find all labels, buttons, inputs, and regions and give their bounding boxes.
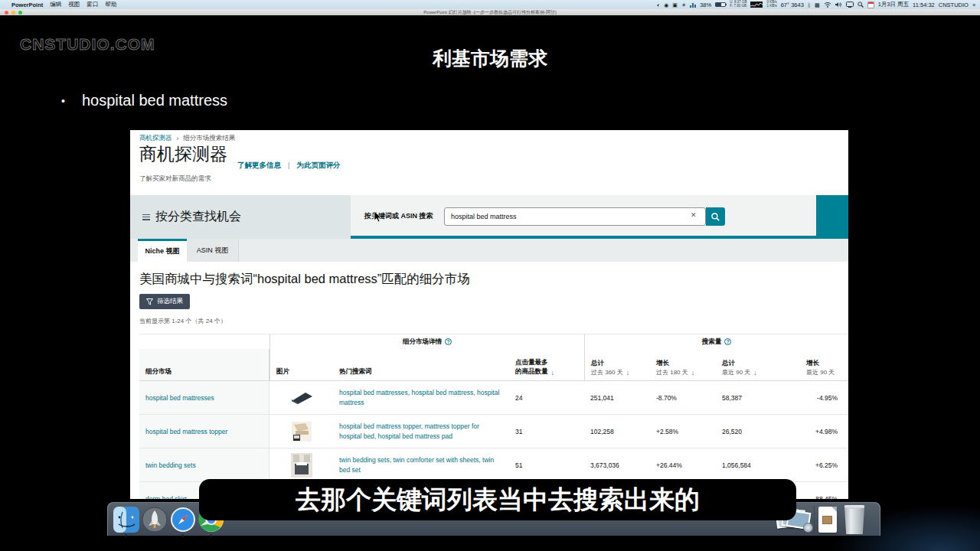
growth-180-cell: +2.58% — [650, 428, 716, 435]
screen: PowerPoint 编辑 视图 窗口 帮助 ◐ ◉ ▣ ☀ 38% U: 8.… — [0, 0, 980, 551]
product-image — [291, 453, 312, 478]
menu-item-window[interactable]: 窗口 — [87, 1, 98, 8]
window-title: PowerPoint 幻灯片放映 -[一步一步教你选品可行性分析案例-阿甘] — [0, 9, 980, 16]
calendar-icon[interactable] — [867, 2, 874, 8]
total-90-cell: 1,056,584 — [716, 461, 800, 469]
col-keywords: 热门搜索词 — [333, 349, 509, 380]
slide-title: 利基市场需求 — [0, 46, 980, 71]
niche-link[interactable]: twin bedding sets — [145, 461, 196, 469]
info-icon[interactable]: ? — [724, 338, 731, 345]
niches-table: 细分市场详情 ? 搜索量 ? 细分市场 图片 热门搜索词 点击量最多 的商品数 — [139, 334, 848, 504]
window-title-bar: PowerPoint 幻灯片放映 -[一步一步教你选品可行性分析案例-阿甘] — [0, 9, 980, 15]
col-total-90[interactable]: 总计 最近 90 天↓ — [716, 349, 800, 380]
browse-categories-button[interactable]: 按分类查找机会 — [130, 195, 351, 239]
clear-search-icon[interactable]: ✕ — [691, 211, 697, 219]
opportunity-explorer-panel: 商机探测器 › 细分市场搜索结果 商机探测器 了解更多信息 | 为此页面评分 了… — [130, 130, 848, 504]
wifi-icon[interactable] — [824, 2, 831, 8]
sort-down-icon[interactable]: ↓ — [626, 369, 630, 377]
niche-link[interactable]: hospital bed mattresses — [145, 394, 214, 402]
total-90-cell: 26,520 — [716, 428, 800, 435]
menu-item-edit[interactable]: 编辑 — [50, 1, 61, 8]
clicked-cell: 51 — [509, 461, 584, 469]
sort-down-icon[interactable]: ↓ — [753, 369, 757, 377]
display-mirroring-icon[interactable] — [846, 2, 854, 8]
battery-icon[interactable] — [715, 2, 726, 7]
search-band: 按分类查找机会 按关键词或 ASIN 搜索 ✕ — [130, 195, 848, 239]
niche-cell: hospital bed mattress topper — [139, 415, 270, 448]
col-growth-90[interactable]: 增长 最近 90 天 — [800, 349, 848, 380]
network-speed-readout: 0 KB/s1 KB/s — [766, 1, 776, 8]
total-360-cell: 251,041 — [584, 394, 650, 402]
menu-bar: PowerPoint 编辑 视图 窗口 帮助 ◐ ◉ ▣ ☀ 38% U: 8.… — [0, 0, 980, 9]
powerpoint-slide: CNSTUDIO.COM 利基市场需求 • hospital bed mattr… — [0, 15, 980, 551]
volume-icon[interactable] — [835, 2, 842, 8]
view-tabs: Niche 视图 ASIN 视图 — [130, 239, 848, 262]
browse-categories-label: 按分类查找机会 — [155, 209, 241, 225]
status-app-icon-4[interactable]: ☀ — [681, 2, 686, 8]
col-clicked-products[interactable]: 点击量最多 的商品数量↓ — [509, 349, 584, 380]
table-row: hospital bed mattress topper hospital be… — [139, 415, 848, 448]
menu-item-view[interactable]: 视图 — [68, 1, 80, 8]
dock-divider — [814, 506, 815, 533]
total-360-cell: 3,673,036 — [584, 461, 650, 469]
group-niche-details: 细分市场详情 ? — [270, 334, 584, 349]
menu-item-help[interactable]: 帮助 — [105, 1, 116, 8]
running-indicator-dot — [181, 534, 184, 536]
tab-asin-view[interactable]: ASIN 视图 — [187, 239, 239, 262]
sort-down-icon[interactable]: ↓ — [551, 369, 555, 377]
menu-app-name[interactable]: PowerPoint — [11, 2, 43, 8]
product-image — [289, 390, 315, 406]
status-app-icon-3[interactable]: ▣ — [672, 2, 678, 8]
tab-niche-view[interactable]: Niche 视图 — [138, 239, 187, 262]
slide-bullet: • hospital bed mattress — [61, 92, 227, 109]
installer-file-icon[interactable] — [818, 507, 837, 533]
bluetooth-icon[interactable]: ᛒ — [808, 2, 811, 8]
results-count-text: 当前显示第 1-24 个（共 24 个） — [139, 317, 227, 325]
learn-more-link[interactable]: 了解更多信息 — [237, 161, 281, 171]
launchpad-icon[interactable] — [141, 506, 168, 533]
safari-icon[interactable] — [169, 506, 197, 533]
growth-180-cell: -8.70% — [650, 394, 716, 402]
search-button[interactable] — [706, 207, 725, 226]
table-column-header: 细分市场 图片 热门搜索词 点击量最多 的商品数量↓ 总计 过去 360 天↓ … — [139, 349, 848, 381]
cpu-meter-icon[interactable] — [690, 2, 696, 8]
total-360-cell: 102,258 — [584, 428, 650, 435]
menubar-account[interactable]: CNSTUDIO — [939, 2, 969, 8]
col-image: 图片 — [270, 349, 333, 380]
network-graph-icon[interactable] — [750, 2, 763, 8]
magnifier-badge-icon — [803, 523, 813, 533]
growth-90-cell: +6.25% — [800, 461, 848, 469]
status-app-icon-2[interactable]: ◉ — [664, 2, 668, 8]
group-search-volume: 搜索量 ? — [584, 334, 848, 349]
spotlight-search-icon[interactable] — [858, 2, 864, 8]
band-right-accent — [816, 195, 848, 239]
info-icon[interactable]: ? — [445, 338, 452, 345]
list-menu-icon[interactable]: ≡ — [972, 2, 975, 8]
menubar-date: 1月3日 周五 — [878, 1, 909, 8]
rate-page-link[interactable]: 为此页面评分 — [296, 161, 340, 171]
col-total-360[interactable]: 总计 过去 360 天↓ — [584, 349, 650, 380]
status-app-icon-1[interactable]: ◐ — [657, 2, 660, 8]
page-title: 商机探测器 — [139, 142, 227, 166]
input-source-icon[interactable]: ▩ — [815, 2, 820, 8]
image-cell — [270, 415, 333, 448]
bullet-dot: • — [61, 95, 65, 107]
table-row: hospital bed mattresses hospital bed mat… — [139, 381, 848, 415]
filter-results-button[interactable]: 筛选结果 — [139, 294, 190, 309]
col-growth-180[interactable]: 增长 过去 180 天↓ — [650, 349, 716, 380]
hamburger-icon — [142, 214, 150, 220]
keywords-cell[interactable]: hospital bed mattresses, hospital bed ma… — [333, 388, 509, 408]
col-niche: 细分市场 — [139, 349, 270, 380]
keywords-cell[interactable]: twin bedding sets, twin comforter set wi… — [333, 455, 509, 475]
keywords-cell[interactable]: hospital bed mattress topper, mattress t… — [333, 422, 509, 442]
search-input[interactable] — [444, 207, 706, 226]
battery-percent: 38% — [700, 2, 711, 8]
memory-readout: U: 8.07 GBF: 7.93 GB — [730, 1, 746, 8]
niche-link[interactable]: hospital bed mattress topper — [145, 428, 227, 435]
table-group-header: 细分市场详情 ? 搜索量 ? — [139, 334, 848, 349]
temp-fan-readout: 67° 3643 — [781, 2, 804, 8]
clicked-cell: 31 — [509, 428, 584, 435]
sort-down-icon[interactable]: ↓ — [691, 369, 695, 377]
trash-icon[interactable] — [843, 505, 866, 534]
finder-icon[interactable] — [113, 506, 140, 533]
